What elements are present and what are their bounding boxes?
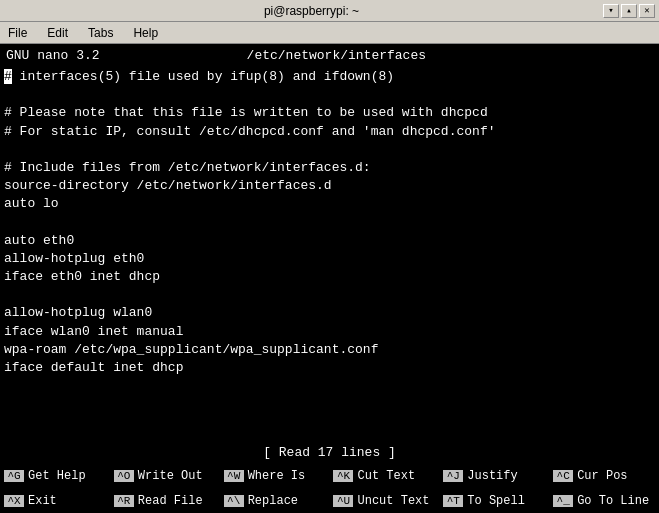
nano-header: GNU nano 3.2 /etc/network/interfaces: [0, 44, 659, 66]
shortcut-key: ^U: [333, 495, 353, 507]
shortcut-item: ^_Go To Line: [549, 494, 659, 508]
shortcut-item: ^JJustify: [439, 469, 549, 483]
shortcut-row-1: ^GGet Help^OWrite Out^WWhere Is^KCut Tex…: [0, 463, 659, 488]
shortcut-label: Where Is: [248, 469, 306, 483]
shortcut-label: Get Help: [28, 469, 86, 483]
shortcut-label: Cur Pos: [577, 469, 627, 483]
nano-version: GNU nano 3.2: [6, 48, 100, 63]
close-button[interactable]: ✕: [639, 4, 655, 18]
shortcut-key: ^X: [4, 495, 24, 507]
shortcut-item: ^GGet Help: [0, 469, 110, 483]
shortcut-key: ^\: [224, 495, 244, 507]
shortcut-label: Justify: [467, 469, 517, 483]
menu-item-file[interactable]: File: [4, 24, 31, 42]
menu-item-help[interactable]: Help: [129, 24, 162, 42]
menu-bar: FileEditTabsHelp: [0, 22, 659, 44]
shortcut-label: Write Out: [138, 469, 203, 483]
shortcut-key: ^O: [114, 470, 134, 482]
shortcut-label: Go To Line: [577, 494, 649, 508]
shortcut-item: ^WWhere Is: [220, 469, 330, 483]
maximize-button[interactable]: ▴: [621, 4, 637, 18]
shortcut-item: ^\Replace: [220, 494, 330, 508]
shortcut-label: Uncut Text: [357, 494, 429, 508]
shortcut-item: ^CCur Pos: [549, 469, 659, 483]
shortcut-label: Replace: [248, 494, 298, 508]
title-bar: pi@raspberrypi: ~ ▾ ▴ ✕: [0, 0, 659, 22]
menu-item-tabs[interactable]: Tabs: [84, 24, 117, 42]
shortcut-item: ^KCut Text: [329, 469, 439, 483]
shortcut-label: Read File: [138, 494, 203, 508]
shortcut-label: Cut Text: [357, 469, 415, 483]
menu-item-edit[interactable]: Edit: [43, 24, 72, 42]
shortcut-key: ^J: [443, 470, 463, 482]
shortcut-key: ^G: [4, 470, 24, 482]
window-title: pi@raspberrypi: ~: [20, 4, 603, 18]
shortcut-key: ^W: [224, 470, 244, 482]
shortcut-label: Exit: [28, 494, 57, 508]
shortcut-label: To Spell: [467, 494, 525, 508]
shortcut-key: ^C: [553, 470, 573, 482]
title-controls: ▾ ▴ ✕: [603, 4, 655, 18]
shortcut-row-2: ^XExit^RRead File^\Replace^UUncut Text^T…: [0, 488, 659, 513]
shortcut-key: ^R: [114, 495, 134, 507]
shortcut-item: ^XExit: [0, 494, 110, 508]
minimize-button[interactable]: ▾: [603, 4, 619, 18]
editor-area[interactable]: # interfaces(5) file used by ifup(8) and…: [0, 66, 659, 441]
shortcut-key: ^T: [443, 495, 463, 507]
shortcut-key: ^K: [333, 470, 353, 482]
status-bar: [ Read 17 lines ]: [0, 441, 659, 463]
shortcut-key: ^_: [553, 495, 573, 507]
nano-filename: /etc/network/interfaces: [247, 48, 426, 63]
status-text: [ Read 17 lines ]: [263, 445, 396, 460]
shortcut-item: ^TTo Spell: [439, 494, 549, 508]
shortcut-item: ^OWrite Out: [110, 469, 220, 483]
shortcut-item: ^RRead File: [110, 494, 220, 508]
shortcut-bar: ^GGet Help^OWrite Out^WWhere Is^KCut Tex…: [0, 463, 659, 513]
shortcut-item: ^UUncut Text: [329, 494, 439, 508]
